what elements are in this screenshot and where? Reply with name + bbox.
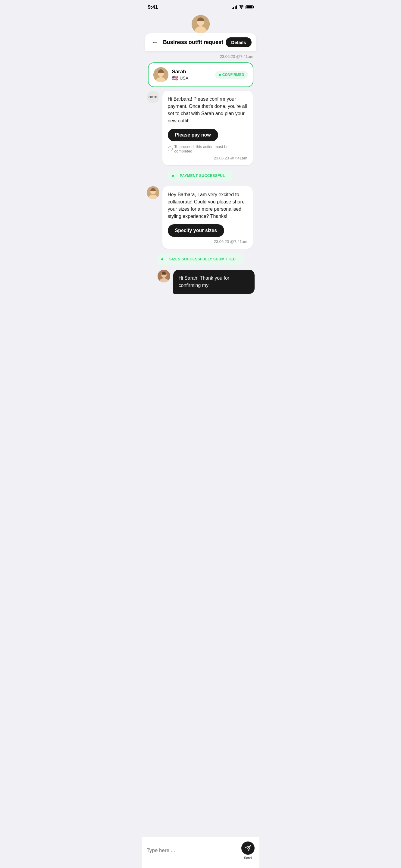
bot-timestamp: 23.06.23 @7:41am [168, 156, 247, 160]
country-name: USA [180, 76, 189, 81]
profile-left: Sarah 🇺🇸 USA [153, 67, 189, 82]
details-button[interactable]: Details [226, 37, 251, 47]
sizes-status: SIZES SUCCESSFULLY SUBMITTED [147, 253, 255, 265]
sarah-bubble-content: Hey Barbara, I am very excited to collab… [162, 186, 253, 249]
status-time: 9:41 [148, 4, 158, 10]
bot-bubble-content: Hi Barbara! Please confirm your payment.… [162, 91, 253, 165]
back-button[interactable]: ← [150, 37, 161, 48]
user-message-row: Hi Sarah! Thank you for confirming my [147, 270, 255, 294]
top-avatar-hint [142, 13, 259, 33]
header-title: Business outfit request [161, 39, 226, 45]
back-arrow-icon: ← [152, 39, 158, 46]
user-partial-bubble: Hi Sarah! Thank you for confirming my [173, 270, 255, 294]
pay-now-button[interactable]: Please pay now [168, 129, 218, 141]
user-partial-text: Hi Sarah! Thank you for confirming my [179, 276, 230, 288]
specify-sizes-button[interactable]: Specify your sizes [168, 224, 225, 237]
payment-dot [172, 175, 174, 177]
profile-avatar [153, 67, 168, 82]
info-icon: i [168, 147, 173, 151]
user-avatar [158, 270, 170, 282]
header: ← Business outfit request Details [145, 33, 256, 51]
confirmed-dot [219, 74, 221, 76]
status-bar: 9:41 [142, 0, 259, 13]
bot-bubble: Hi Barbara! Please confirm your payment.… [162, 91, 253, 165]
first-timestamp: 23.06.23 @7:41am [147, 54, 255, 59]
battery-icon [245, 5, 254, 9]
profile-name: Sarah [172, 69, 189, 75]
flag-icon: 🇺🇸 [172, 75, 178, 81]
status-icons [232, 5, 254, 10]
profile-info: Sarah 🇺🇸 USA [172, 69, 189, 81]
bot-avatar: OOTD [147, 91, 159, 103]
top-avatar [192, 15, 210, 33]
bot-message-row: OOTD Hi Barbara! Please confirm your pay… [147, 91, 255, 165]
payment-status: PAYMENT SUCCESSFUL [147, 170, 255, 181]
chat-area: 23.06.23 @7:41am Sarah 🇺🇸 USA [142, 51, 259, 297]
bot-bubble-text: Hi Barbara! Please confirm your payment.… [168, 96, 247, 124]
profile-country: 🇺🇸 USA [172, 75, 189, 81]
sizes-status-badge: SIZES SUCCESSFULLY SUBMITTED [157, 253, 244, 265]
info-text: To proceed, this action must be complete… [174, 144, 247, 153]
sarah-bubble-text: Hey Barbara, I am very excited to collab… [168, 191, 247, 220]
payment-status-badge: PAYMENT SUCCESSFUL [168, 170, 233, 181]
wifi-icon [239, 5, 244, 10]
confirmed-badge: CONFIRMED [215, 71, 248, 79]
sizes-dot [161, 258, 163, 260]
user-bubble: Hi Sarah! Thank you for confirming my [173, 270, 255, 294]
info-note: i To proceed, this action must be comple… [168, 144, 247, 153]
sarah-message-row: Hey Barbara, I am very excited to collab… [147, 186, 255, 249]
sarah-timestamp: 23.06.23 @7:41am [168, 239, 247, 244]
profile-card[interactable]: Sarah 🇺🇸 USA CONFIRMED [148, 62, 254, 87]
sarah-bubble: Hey Barbara, I am very excited to collab… [162, 186, 253, 249]
sarah-avatar [147, 186, 159, 199]
signal-icon [232, 5, 237, 9]
